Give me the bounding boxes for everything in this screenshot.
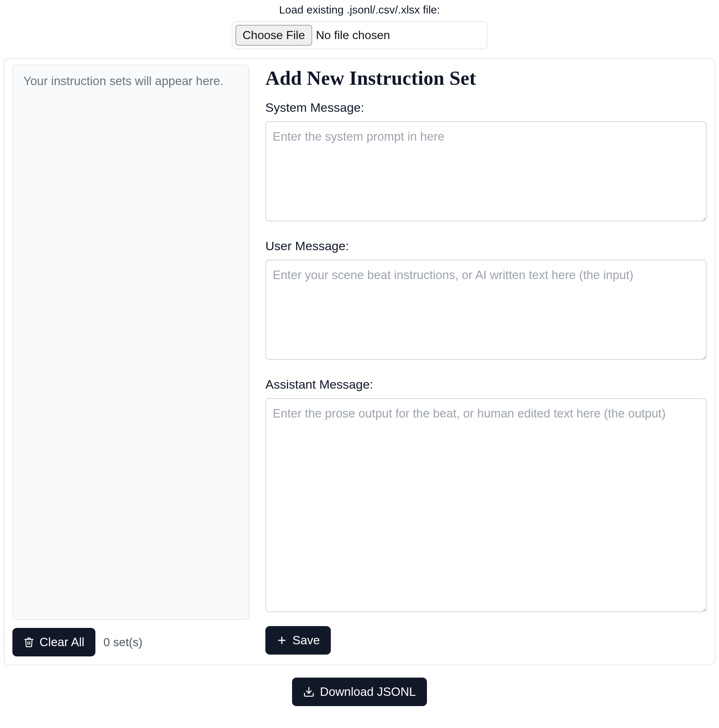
- system-message-label: System Message:: [265, 101, 707, 115]
- choose-file-button[interactable]: Choose File: [235, 25, 313, 46]
- left-actions-row: Clear All 0 set(s): [12, 628, 249, 656]
- set-count-text: 0 set(s): [103, 636, 143, 649]
- form-column: Add New Instruction Set System Message: …: [265, 65, 707, 656]
- assistant-message-input[interactable]: [265, 398, 707, 612]
- user-message-input[interactable]: [265, 260, 707, 360]
- form-heading: Add New Instruction Set: [265, 67, 707, 90]
- download-row: Download JSONL: [4, 678, 715, 706]
- empty-state-text: Your instruction sets will appear here.: [23, 74, 238, 88]
- main-card: Your instruction sets will appear here. …: [4, 58, 715, 665]
- left-column: Your instruction sets will appear here. …: [12, 65, 249, 656]
- file-chosen-status: No file chosen: [316, 29, 390, 42]
- file-loader-label: Load existing .jsonl/.csv/.xlsx file:: [4, 4, 715, 16]
- download-jsonl-button[interactable]: Download JSONL: [292, 678, 426, 706]
- save-button-label: Save: [293, 633, 320, 647]
- download-icon: [303, 686, 315, 698]
- system-message-input[interactable]: [265, 121, 707, 221]
- user-message-label: User Message:: [265, 239, 707, 253]
- trash-icon: [23, 637, 34, 648]
- clear-all-button[interactable]: Clear All: [12, 628, 95, 656]
- instruction-sets-panel: Your instruction sets will appear here.: [12, 65, 249, 620]
- clear-all-label: Clear All: [40, 635, 84, 649]
- download-button-label: Download JSONL: [320, 685, 415, 699]
- plus-icon: [276, 635, 287, 646]
- assistant-message-label: Assistant Message:: [265, 377, 707, 392]
- save-button[interactable]: Save: [265, 626, 331, 655]
- file-picker[interactable]: Choose File No file chosen: [232, 21, 488, 49]
- file-loader-section: Load existing .jsonl/.csv/.xlsx file: Ch…: [4, 0, 715, 58]
